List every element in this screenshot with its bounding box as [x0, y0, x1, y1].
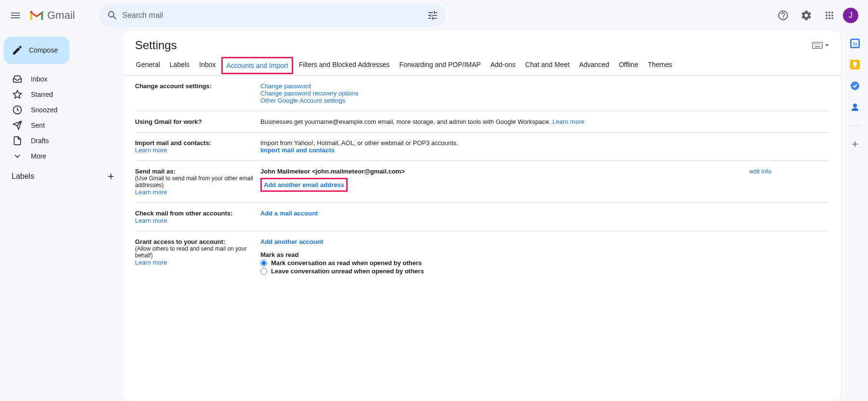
tab-forwarding[interactable]: Forwarding and POP/IMAP — [394, 56, 486, 75]
section-import-mail: Import mail and contacts: Learn more Imp… — [135, 133, 829, 161]
section-title: Check mail from other accounts: — [135, 210, 260, 217]
svg-marker-0 — [14, 91, 22, 98]
svg-rect-7 — [817, 43, 818, 44]
google-apps-button[interactable] — [820, 6, 839, 25]
section-change-account: Change account settings: Change password… — [135, 76, 829, 111]
search-bar[interactable] — [99, 4, 446, 27]
svg-rect-8 — [819, 43, 820, 44]
edit-info-link[interactable]: edit info — [749, 168, 772, 175]
svg-rect-9 — [815, 46, 820, 47]
pencil-icon — [12, 44, 23, 56]
learn-more-link[interactable]: Learn more — [135, 147, 167, 154]
input-tools-toggle[interactable] — [812, 41, 829, 49]
tune-icon — [427, 10, 438, 21]
add-label-button[interactable] — [106, 172, 116, 181]
section-desc: (Use Gmail to send mail from your other … — [135, 175, 260, 188]
svg-rect-4 — [813, 42, 822, 49]
send-as-identity: John Mailmeteor <john.mailmeteor@gmail.c… — [260, 168, 405, 175]
tab-offline[interactable]: Offline — [614, 56, 643, 75]
tab-chat-meet[interactable]: Chat and Meet — [520, 56, 574, 75]
mark-as-read-heading: Mark as read — [260, 251, 829, 258]
gmail-logo-text: Gmail — [47, 9, 75, 22]
labels-heading: Labels — [12, 172, 34, 181]
svg-point-17 — [853, 104, 857, 107]
add-another-account-link[interactable]: Add another account — [260, 238, 323, 245]
send-icon — [13, 120, 22, 130]
search-button[interactable] — [103, 6, 122, 25]
settings-button[interactable] — [797, 6, 816, 25]
help-icon — [777, 10, 789, 21]
section-title: Send mail as: — [135, 168, 260, 175]
keep-app-icon[interactable] — [850, 60, 860, 69]
add-email-link[interactable]: Add another email address — [260, 178, 348, 192]
section-using-work: Using Gmail for work? Businesses get you… — [135, 111, 829, 133]
section-title: Using Gmail for work? — [135, 118, 260, 125]
learn-more-link[interactable]: Learn more — [135, 259, 167, 266]
sidebar-item-starred[interactable]: Starred — [0, 87, 123, 102]
sidebar-item-more[interactable]: More — [0, 148, 123, 164]
search-icon — [107, 10, 118, 21]
change-password-link[interactable]: Change password — [260, 82, 311, 90]
nav-label: Inbox — [31, 75, 47, 83]
section-title: Import mail and contacts: — [135, 139, 260, 147]
section-text: Import from Yahoo!, Hotmail, AOL, or oth… — [260, 139, 829, 147]
gmail-logo[interactable]: Gmail — [29, 9, 75, 22]
tab-general[interactable]: General — [131, 56, 165, 75]
section-check-mail: Check mail from other accounts: Learn mo… — [135, 203, 829, 231]
sidebar-item-drafts[interactable]: Drafts — [0, 133, 123, 148]
chevron-down-icon — [13, 151, 22, 161]
settings-tabs: General Labels Inbox Accounts and Import… — [123, 56, 841, 76]
radio-leave-unread[interactable] — [260, 268, 267, 275]
sidebar-item-inbox[interactable]: Inbox — [0, 71, 123, 87]
calendar-app-icon[interactable]: 31 — [850, 39, 860, 48]
svg-text:31: 31 — [852, 41, 857, 46]
radio-mark-read[interactable] — [260, 260, 267, 267]
contacts-app-icon[interactable] — [850, 102, 860, 112]
tasks-app-icon[interactable] — [850, 81, 860, 91]
tab-labels[interactable]: Labels — [165, 56, 194, 75]
search-options-button[interactable] — [423, 6, 442, 25]
inbox-icon — [13, 74, 22, 84]
account-avatar[interactable]: J — [843, 8, 858, 23]
page-title: Settings — [135, 39, 177, 52]
tab-themes[interactable]: Themes — [643, 56, 677, 75]
import-mail-link[interactable]: Import mail and contacts — [260, 147, 335, 154]
svg-point-14 — [853, 62, 857, 66]
nav-label: Starred — [31, 91, 53, 98]
plus-icon — [106, 172, 116, 181]
main-menu-button[interactable] — [4, 4, 27, 27]
compose-label: Compose — [29, 46, 58, 54]
nav-label: Sent — [31, 121, 45, 129]
tab-accounts-import[interactable]: Accounts and Import — [221, 57, 293, 74]
learn-more-link[interactable]: Learn more — [552, 118, 584, 125]
add-mail-account-link[interactable]: Add a mail account — [260, 210, 318, 217]
nav-label: More — [31, 152, 46, 160]
sidebar-item-snoozed[interactable]: Snoozed — [0, 102, 123, 118]
gmail-logo-icon — [29, 10, 44, 21]
learn-more-link[interactable]: Learn more — [135, 188, 167, 196]
tab-inbox[interactable]: Inbox — [194, 56, 220, 75]
section-title: Change account settings: — [135, 82, 260, 90]
support-button[interactable] — [773, 6, 793, 25]
star-icon — [13, 90, 22, 99]
tab-advanced[interactable]: Advanced — [574, 56, 614, 75]
tab-filters[interactable]: Filters and Blocked Addresses — [294, 56, 394, 75]
sidebar-item-sent[interactable]: Sent — [0, 118, 123, 133]
section-send-mail-as: Send mail as: (Use Gmail to send mail fr… — [135, 161, 829, 203]
apps-grid-icon — [824, 10, 835, 21]
learn-more-link[interactable]: Learn more — [135, 217, 167, 224]
svg-rect-6 — [815, 43, 816, 44]
change-recovery-link[interactable]: Change password recovery options — [260, 90, 359, 97]
radio-label: Leave conversation unread when opened by… — [271, 267, 424, 275]
section-text: Businesses get yourname@example.com emai… — [260, 118, 552, 125]
radio-label: Mark conversation as read when opened by… — [271, 259, 422, 267]
side-panel: 31 — [841, 31, 868, 401]
chevron-down-icon — [825, 43, 829, 48]
tab-addons[interactable]: Add-ons — [486, 56, 520, 75]
nav-label: Snoozed — [31, 106, 57, 114]
google-account-link[interactable]: Other Google Account settings — [260, 97, 345, 104]
get-addons-button[interactable] — [850, 139, 860, 149]
compose-button[interactable]: Compose — [4, 37, 69, 64]
search-input[interactable] — [122, 11, 423, 20]
section-title: Grant access to your account: — [135, 238, 260, 245]
